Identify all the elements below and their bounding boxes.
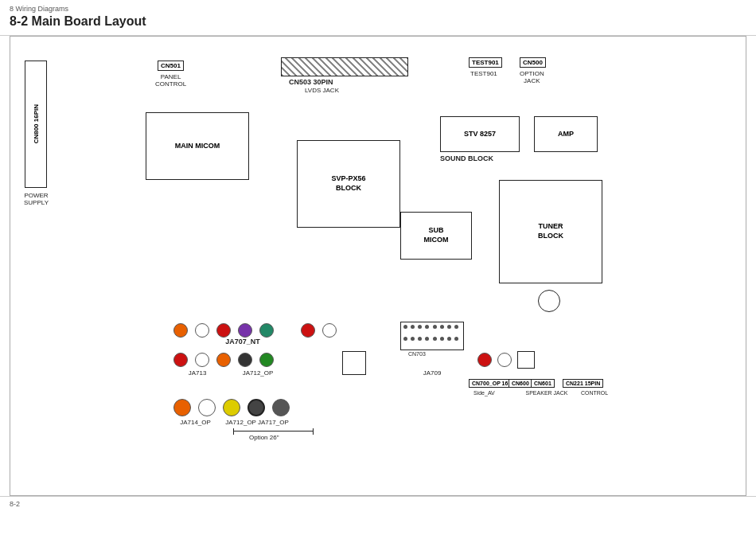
ja713-label: JA713 xyxy=(173,369,221,377)
stv8257-box: STV 8257 xyxy=(440,116,520,152)
header: 8 Wiring Diagrams 8-2 Main Board Layout xyxy=(0,0,756,36)
option26-label: Option 26" xyxy=(249,434,279,441)
tuner-circle xyxy=(538,290,560,312)
test901-sub: TEST901 xyxy=(470,70,497,77)
dot-multipin-714 xyxy=(247,399,265,416)
cn800-box: CN800 16PIN xyxy=(25,61,47,188)
cn600-square xyxy=(517,351,535,369)
cn221-sub: CONTROL xyxy=(571,390,618,396)
dot-white-3 xyxy=(195,353,209,367)
footer-text: 8-2 xyxy=(10,500,20,508)
dot-orange-714 xyxy=(173,399,191,416)
cn600-box-label: CN600 xyxy=(509,379,532,388)
dot-dark-714 xyxy=(272,399,290,416)
cn500-sub: OPTIONJACK xyxy=(520,70,544,84)
dot-white-1 xyxy=(195,323,209,338)
main-micom-box: MAIN MICOM xyxy=(146,112,249,180)
svp-block-box: SVP-PX56BLOCK xyxy=(297,140,400,228)
ja712-op-ja717-op-label: JA712_OP JA717_OP xyxy=(217,419,297,426)
dot-orange-1 xyxy=(173,323,188,338)
page: 8 Wiring Diagrams 8-2 Main Board Layout … xyxy=(0,0,756,535)
dot-yellow-714 xyxy=(223,399,240,416)
dot-green-1 xyxy=(259,353,274,367)
sound-block-label: SOUND BLOCK xyxy=(440,154,493,162)
cn601-label: CN601 xyxy=(531,379,555,388)
option26-cap-right xyxy=(313,428,314,435)
tuner-block-box: TUNERBLOCK xyxy=(499,180,602,283)
cn800-sub-label: POWER SUPPLY xyxy=(14,192,58,206)
sub-micom-box: SUBMICOM xyxy=(400,212,472,260)
dot-red-cn700 xyxy=(477,353,492,367)
dot-purple-1 xyxy=(238,323,252,338)
dot-white-cn700 xyxy=(497,353,512,367)
ja714-op-label: JA714_OP xyxy=(173,419,217,426)
cn221-label: CN221 15PIN xyxy=(563,379,603,388)
dot-teal-1 xyxy=(259,323,274,338)
cn503-label: CN503 30PIN xyxy=(289,78,333,86)
cn601-sub: SPEAKER JACK xyxy=(523,390,571,396)
option26-cap-left xyxy=(233,428,234,435)
cn501-label: CN501 xyxy=(158,61,184,71)
diagram-area: CN800 16PIN POWER SUPPLY CN501 PANELCONT… xyxy=(10,36,746,496)
dot-red-2 xyxy=(301,323,315,338)
dot-white-2 xyxy=(322,323,337,338)
cn500-label: CN500 xyxy=(520,57,546,68)
option26-line xyxy=(233,431,313,432)
amp-box: AMP xyxy=(534,116,598,152)
dot-darkgray-1 xyxy=(238,353,252,367)
breadcrumb: 8 Wiring Diagrams xyxy=(10,5,746,13)
ja712-op-label: JA712_OP xyxy=(230,369,286,377)
cn700-label: CN700_OP 16 xyxy=(469,379,511,388)
dot-red-1 xyxy=(216,323,231,338)
dot-orange-2 xyxy=(216,353,231,367)
ja709-label: JA709 xyxy=(400,369,464,377)
dot-white-714 xyxy=(198,399,216,416)
cn503-sub: LVDS JACK xyxy=(305,87,339,94)
test901-label: TEST901 xyxy=(469,57,502,68)
square-connector-1 xyxy=(342,351,366,375)
cn503-hatch xyxy=(281,57,408,76)
cn800-label: CN800 16PIN xyxy=(33,104,40,143)
cn501-sub: PANELCONTROL xyxy=(155,73,186,88)
cn700-sub: Side_AV xyxy=(473,390,495,396)
ja707-nt-label: JA707_NT xyxy=(195,338,290,346)
page-title: 8-2 Main Board Layout xyxy=(10,14,746,29)
footer: 8-2 xyxy=(0,496,756,511)
cn703-connector xyxy=(400,322,464,350)
cn703-label: CN703 xyxy=(408,351,426,357)
dot-red-3 xyxy=(173,353,188,367)
